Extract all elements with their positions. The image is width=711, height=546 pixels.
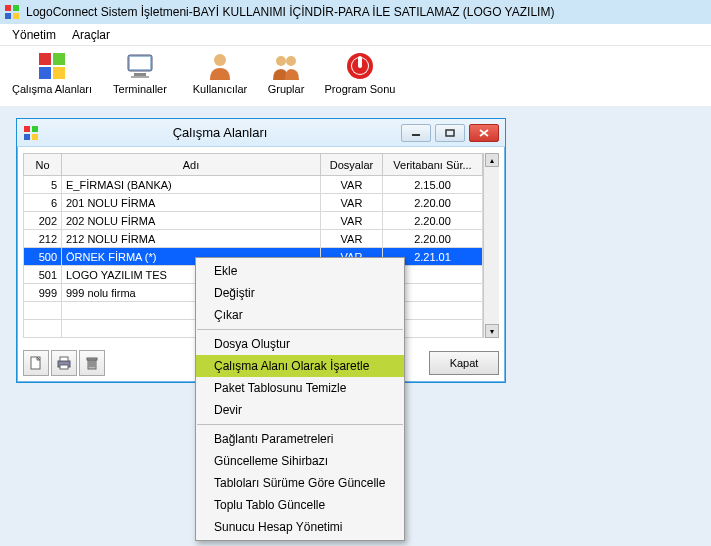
table-cell[interactable]: 202 bbox=[24, 212, 62, 230]
context-menu-item[interactable]: Paket Tablosunu Temizle bbox=[196, 377, 404, 399]
context-menu-item[interactable]: Güncelleme Sihirbazı bbox=[196, 450, 404, 472]
toolbar-label: Kullanıcılar bbox=[193, 83, 247, 95]
child-window-title: Çalışma Alanları bbox=[39, 125, 401, 140]
workspaces-icon bbox=[23, 125, 39, 141]
col-header-version[interactable]: Veritabanı Sür... bbox=[383, 154, 483, 176]
table-cell[interactable]: 999 bbox=[24, 284, 62, 302]
col-header-name[interactable]: Adı bbox=[62, 154, 321, 176]
svg-rect-24 bbox=[446, 130, 454, 136]
svg-rect-1 bbox=[13, 5, 19, 11]
context-menu-item[interactable]: Dosya Oluştur bbox=[196, 333, 404, 355]
svg-rect-19 bbox=[24, 126, 30, 132]
svg-rect-3 bbox=[13, 13, 19, 19]
context-menu-item[interactable]: Bağlantı Parametreleri bbox=[196, 428, 404, 450]
scroll-up-icon[interactable]: ▴ bbox=[485, 153, 499, 167]
menu-yonetim[interactable]: Yönetim bbox=[4, 26, 64, 44]
titlebar: LogoConnect Sistem İşletmeni-BAYİ KULLAN… bbox=[0, 0, 711, 24]
toolbar-label: Çalışma Alanları bbox=[12, 83, 92, 95]
menu-araclar[interactable]: Araçlar bbox=[64, 26, 118, 44]
table-row[interactable]: 6201 NOLU FİRMAVAR2.20.00 bbox=[24, 194, 483, 212]
print-button[interactable] bbox=[51, 350, 77, 376]
child-titlebar[interactable]: Çalışma Alanları bbox=[17, 119, 505, 147]
svg-rect-7 bbox=[53, 67, 65, 79]
vertical-scrollbar[interactable]: ▴ ▾ bbox=[483, 153, 499, 338]
svg-rect-6 bbox=[39, 67, 51, 79]
toolbar-label: Program Sonu bbox=[325, 83, 396, 95]
toolbar-users[interactable]: Kullanıcılar bbox=[184, 50, 256, 95]
close-window-button[interactable] bbox=[469, 124, 499, 142]
svg-rect-27 bbox=[60, 357, 68, 361]
svg-rect-28 bbox=[60, 365, 68, 369]
window-title: LogoConnect Sistem İşletmeni-BAYİ KULLAN… bbox=[26, 5, 554, 19]
svg-rect-11 bbox=[131, 76, 149, 78]
svg-rect-2 bbox=[5, 13, 11, 19]
toolbar-groups[interactable]: Gruplar bbox=[256, 50, 316, 95]
window-controls bbox=[401, 124, 499, 142]
svg-rect-22 bbox=[32, 134, 38, 140]
menu-separator bbox=[197, 424, 403, 425]
table-cell[interactable]: VAR bbox=[321, 230, 383, 248]
context-menu-item[interactable]: Çıkar bbox=[196, 304, 404, 326]
context-menu-item[interactable]: Çalışma Alanı Olarak İşaretle bbox=[196, 355, 404, 377]
col-header-files[interactable]: Dosyalar bbox=[321, 154, 383, 176]
table-cell[interactable]: 2.20.00 bbox=[383, 230, 483, 248]
svg-rect-10 bbox=[134, 73, 146, 76]
toolbar-exit[interactable]: Program Sonu bbox=[316, 50, 404, 95]
table-cell[interactable]: 2.20.00 bbox=[383, 194, 483, 212]
svg-rect-0 bbox=[5, 5, 11, 11]
toolbar-workspaces[interactable]: Çalışma Alanları bbox=[8, 50, 96, 95]
context-menu-item[interactable]: Tabloları Sürüme Göre Güncelle bbox=[196, 472, 404, 494]
svg-rect-18 bbox=[358, 56, 362, 68]
svg-point-12 bbox=[214, 54, 226, 66]
workspaces-icon bbox=[36, 50, 68, 82]
context-menu-item[interactable]: Devir bbox=[196, 399, 404, 421]
toolbar: Çalışma Alanları Terminaller Kullanıcıla… bbox=[0, 46, 711, 106]
table-cell[interactable]: VAR bbox=[321, 194, 383, 212]
app-icon bbox=[4, 4, 20, 20]
table-cell[interactable]: E_FİRMASI (BANKA) bbox=[62, 176, 321, 194]
table-cell[interactable]: 6 bbox=[24, 194, 62, 212]
table-cell[interactable]: 500 bbox=[24, 248, 62, 266]
minimize-button[interactable] bbox=[401, 124, 431, 142]
new-button[interactable] bbox=[23, 350, 49, 376]
context-menu-item[interactable]: Değiştir bbox=[196, 282, 404, 304]
table-cell[interactable] bbox=[24, 320, 62, 338]
svg-point-14 bbox=[286, 56, 296, 66]
table-cell[interactable]: 201 NOLU FİRMA bbox=[62, 194, 321, 212]
table-cell[interactable]: 501 bbox=[24, 266, 62, 284]
maximize-button[interactable] bbox=[435, 124, 465, 142]
page-icon bbox=[28, 355, 44, 371]
table-row[interactable]: 212212 NOLU FİRMAVAR2.20.00 bbox=[24, 230, 483, 248]
table-cell[interactable] bbox=[24, 302, 62, 320]
svg-rect-20 bbox=[32, 126, 38, 132]
table-cell[interactable]: 5 bbox=[24, 176, 62, 194]
table-cell[interactable]: 2.20.00 bbox=[383, 212, 483, 230]
table-cell[interactable]: VAR bbox=[321, 176, 383, 194]
table-cell[interactable]: 2.15.00 bbox=[383, 176, 483, 194]
toolbar-label: Terminaller bbox=[113, 83, 167, 95]
context-menu-item[interactable]: Ekle bbox=[196, 260, 404, 282]
svg-rect-4 bbox=[39, 53, 51, 65]
terminals-icon bbox=[124, 50, 156, 82]
scroll-down-icon[interactable]: ▾ bbox=[485, 324, 499, 338]
main-window: LogoConnect Sistem İşletmeni-BAYİ KULLAN… bbox=[0, 0, 711, 546]
table-cell[interactable]: 202 NOLU FİRMA bbox=[62, 212, 321, 230]
toolbar-terminals[interactable]: Terminaller bbox=[96, 50, 184, 95]
close-button[interactable]: Kapat bbox=[429, 351, 499, 375]
menu-separator bbox=[197, 329, 403, 330]
context-menu-item[interactable]: Sunucu Hesap Yönetimi bbox=[196, 516, 404, 538]
svg-rect-9 bbox=[130, 57, 150, 69]
table-row[interactable]: 202202 NOLU FİRMAVAR2.20.00 bbox=[24, 212, 483, 230]
table-row[interactable]: 5E_FİRMASI (BANKA)VAR2.15.00 bbox=[24, 176, 483, 194]
table-cell[interactable]: 212 NOLU FİRMA bbox=[62, 230, 321, 248]
context-menu-item[interactable]: Toplu Tablo Güncelle bbox=[196, 494, 404, 516]
delete-button[interactable] bbox=[79, 350, 105, 376]
svg-point-13 bbox=[276, 56, 286, 66]
table-cell[interactable]: VAR bbox=[321, 212, 383, 230]
trash-icon bbox=[84, 355, 100, 371]
table-cell[interactable]: 212 bbox=[24, 230, 62, 248]
users-icon bbox=[204, 50, 236, 82]
col-header-no[interactable]: No bbox=[24, 154, 62, 176]
toolbar-label: Gruplar bbox=[268, 83, 305, 95]
context-menu: EkleDeğiştirÇıkarDosya OluşturÇalışma Al… bbox=[195, 257, 405, 541]
